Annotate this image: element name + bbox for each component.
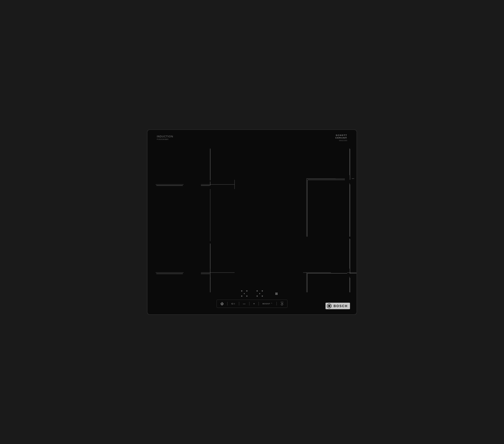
divider-2 xyxy=(239,302,239,306)
main-controls-bar: ⏻ ⊂○ — + BOOST ⌃ min ⏱ xyxy=(216,300,288,308)
left-zone-cross: + + + + xyxy=(240,290,249,298)
bosch-ring-inner xyxy=(328,305,330,307)
control-panel: + + + + + + xyxy=(205,290,299,308)
induction-cooktop: INDUCTION PUE63KBB5 SCHOTT CERAN® 868321… xyxy=(147,129,357,315)
top-right-plus[interactable]: + xyxy=(246,290,248,292)
bot-left-plus[interactable]: + xyxy=(241,294,243,298)
divider-4 xyxy=(258,302,259,306)
burner-zones-svg xyxy=(147,130,357,314)
bot-right-plus[interactable]: + xyxy=(246,294,248,298)
lock-icon-area: ⊠ xyxy=(275,292,278,295)
minus-button[interactable]: — xyxy=(243,302,246,305)
plus-button[interactable]: + xyxy=(253,302,255,305)
r-bot-right-plus[interactable]: + xyxy=(261,294,263,298)
top-left-plus[interactable]: + xyxy=(241,290,243,292)
bosch-ring-icon xyxy=(327,304,332,308)
r-top-left-plus[interactable]: + xyxy=(256,290,258,292)
divider-1 xyxy=(227,302,228,306)
bosch-brand-name: BOSCH xyxy=(333,304,348,308)
child-lock-button[interactable]: ⊂○ xyxy=(231,302,235,305)
timer-button[interactable]: ⏱ xyxy=(281,303,284,306)
lock-icon: ⊠ xyxy=(275,292,278,295)
right-zone-control: + + + + xyxy=(255,290,264,298)
left-zone-control: + + + + xyxy=(240,290,249,298)
divider-3 xyxy=(249,302,250,306)
divider-5 xyxy=(276,302,277,306)
zone-selectors: + + + + + + xyxy=(240,290,264,298)
power-button[interactable]: ⏻ xyxy=(220,302,224,306)
boost-button[interactable]: BOOST ⌃ xyxy=(263,303,273,305)
min-label: min xyxy=(280,301,284,303)
bosch-logo: BOSCH xyxy=(325,303,350,309)
r-top-right-plus[interactable]: + xyxy=(261,290,263,292)
r-zone-center-dot xyxy=(259,293,260,294)
zone-center-dot xyxy=(244,293,245,294)
right-zone-cross: + + + + xyxy=(255,290,264,298)
r-bot-left-plus[interactable]: + xyxy=(256,294,258,298)
